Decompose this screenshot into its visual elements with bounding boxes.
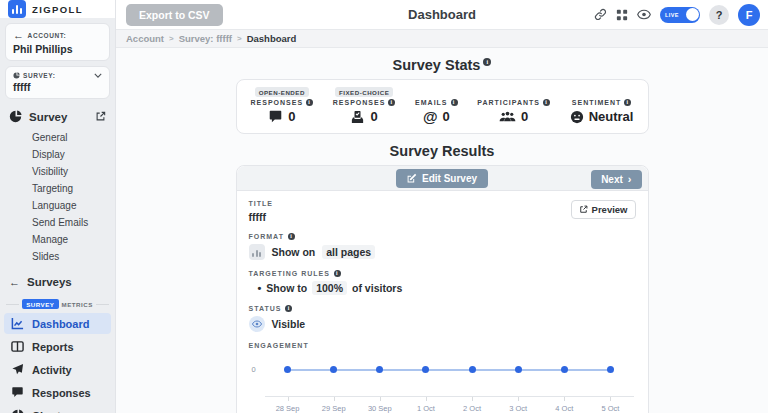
- breadcrumb-separator: >: [237, 34, 242, 43]
- info-icon[interactable]: [285, 305, 292, 312]
- info-icon[interactable]: [451, 99, 458, 106]
- format-row: Show on all pages: [249, 244, 636, 260]
- neutral-face-icon: [570, 110, 584, 124]
- info-icon[interactable]: [306, 99, 313, 106]
- avatar[interactable]: F: [738, 4, 760, 26]
- sidebar-item-surveys-back[interactable]: ← Surveys: [0, 272, 115, 292]
- results-body: Preview TITLE fffff FORMAT Show on all p…: [237, 191, 648, 413]
- sidebar-item-display[interactable]: Display: [32, 146, 115, 163]
- survey-selector-value: fffff: [13, 81, 102, 93]
- help-button[interactable]: ?: [709, 5, 729, 25]
- logo-text: ZIGPOLL: [32, 4, 83, 15]
- data-point: [515, 366, 522, 373]
- ballot-box-icon: [350, 110, 365, 124]
- data-point: [561, 366, 568, 373]
- survey-stats-title: Survey Stats: [393, 57, 492, 73]
- stat-value: Neutral: [589, 109, 634, 124]
- breadcrumb: Account > Survey: fffff > Dashboard: [116, 30, 768, 48]
- stat-value: 0: [521, 109, 528, 124]
- sidebar: ZIGPOLL ← ACCOUNT: Phil Phillips SURVEY:…: [0, 0, 116, 413]
- edit-survey-button[interactable]: Edit Survey: [396, 169, 488, 188]
- topbar: Export to CSV Dashboard LIVE ? F: [116, 0, 768, 30]
- people-icon: [499, 110, 516, 123]
- sidebar-item-manage[interactable]: Manage: [32, 231, 115, 248]
- data-point: [376, 366, 383, 373]
- preview-button[interactable]: Preview: [571, 200, 636, 219]
- data-point: [284, 366, 291, 373]
- eye-icon[interactable]: [637, 9, 651, 20]
- targeting-suffix: of visitors: [352, 282, 402, 294]
- sidebar-item-general[interactable]: General: [32, 129, 115, 146]
- info-icon[interactable]: [483, 58, 491, 66]
- speech-bubble-icon: [268, 110, 283, 123]
- info-icon[interactable]: [624, 99, 631, 106]
- survey-results-title: Survey Results: [390, 143, 495, 159]
- breadcrumb-survey[interactable]: Survey: fffff: [179, 33, 232, 44]
- x-axis-label: 1 Oct: [403, 397, 449, 413]
- targeting-rules-label: TARGETING RULES: [249, 270, 636, 277]
- logo[interactable]: ZIGPOLL: [0, 0, 115, 18]
- engagement-chart: 0 28 Sep 29 Sep 30 Sep: [249, 356, 636, 413]
- at-sign-icon: @: [423, 110, 438, 124]
- targeting-prefix: Show to: [266, 282, 307, 294]
- sidebar-item-reports[interactable]: Reports: [4, 336, 111, 357]
- pencil-icon: [407, 173, 417, 183]
- info-icon[interactable]: [334, 270, 341, 277]
- info-icon[interactable]: [543, 99, 550, 106]
- data-point: [607, 366, 614, 373]
- survey-selector[interactable]: SURVEY: fffff: [5, 66, 110, 99]
- x-axis-label: 5 Oct: [587, 397, 633, 413]
- sidebar-item-label: Dashboard: [32, 318, 89, 330]
- stat-value: 0: [370, 109, 377, 124]
- sidebar-item-survey[interactable]: Survey: [0, 106, 115, 127]
- export-csv-button[interactable]: Export to CSV: [126, 4, 223, 26]
- targeting-rule-row: • Show to 100% of visitors: [249, 281, 636, 295]
- format-label: FORMAT: [249, 233, 636, 240]
- main-area: Export to CSV Dashboard LIVE ? F Account…: [116, 0, 768, 413]
- grid-icon[interactable]: [616, 9, 628, 21]
- toggle-knob: [686, 8, 699, 21]
- status-label: STATUS: [249, 305, 636, 312]
- bullet-icon: •: [258, 282, 262, 294]
- sidebar-item-label: Charts: [32, 410, 67, 413]
- sidebar-item-slides[interactable]: Slides: [32, 248, 115, 265]
- breadcrumb-current: Dashboard: [247, 33, 297, 44]
- paper-plane-icon: [11, 363, 24, 376]
- speech-bubble-icon: [11, 386, 24, 399]
- external-link-icon[interactable]: [95, 111, 106, 122]
- account-label: ACCOUNT:: [28, 32, 67, 39]
- link-icon[interactable]: [594, 8, 607, 21]
- engagement-label: ENGAGEMENT: [249, 342, 636, 349]
- sidebar-item-responses[interactable]: Responses: [4, 382, 111, 403]
- breadcrumb-account[interactable]: Account: [126, 33, 164, 44]
- data-point: [469, 366, 476, 373]
- info-icon[interactable]: [388, 99, 395, 106]
- survey-sub-menu: General Display Visibility Targeting Lan…: [0, 129, 115, 265]
- survey-selector-label: SURVEY:: [23, 72, 56, 79]
- sidebar-item-targeting[interactable]: Targeting: [32, 180, 115, 197]
- next-button[interactable]: Next ›: [591, 170, 641, 189]
- x-axis: 28 Sep 29 Sep 30 Sep 1 Oct 2 Oct 3 Oct 4…: [265, 396, 634, 413]
- sidebar-item-charts[interactable]: Charts: [4, 405, 111, 413]
- sidebar-item-visibility[interactable]: Visibility: [32, 163, 115, 180]
- sidebar-item-send-emails[interactable]: Send Emails: [32, 214, 115, 231]
- sidebar-item-dashboard[interactable]: Dashboard: [4, 313, 111, 334]
- stat-badge: OPEN-ENDED: [255, 87, 309, 97]
- account-name: Phil Phillips: [13, 43, 102, 55]
- back-arrow-icon: ←: [9, 276, 20, 288]
- sidebar-item-activity[interactable]: Activity: [4, 359, 111, 380]
- pie-chart-icon: [9, 110, 22, 123]
- x-axis-label: 29 Sep: [311, 397, 357, 413]
- sidebar-item-language[interactable]: Language: [32, 197, 115, 214]
- x-axis-label: 2 Oct: [449, 397, 495, 413]
- survey-pie-icon: [13, 72, 20, 79]
- survey-badge: SURVEY: [22, 299, 58, 309]
- status-row: Visible: [249, 316, 636, 332]
- metrics-label: METRICS: [62, 301, 93, 308]
- stat-open-ended-responses: OPEN-ENDED RESPONSES 0: [251, 87, 314, 124]
- stat-value: 0: [443, 109, 450, 124]
- live-toggle[interactable]: LIVE: [660, 7, 700, 23]
- info-icon[interactable]: [288, 233, 295, 240]
- pie-chart-icon: [11, 409, 24, 413]
- account-switcher[interactable]: ← ACCOUNT: Phil Phillips: [5, 23, 110, 61]
